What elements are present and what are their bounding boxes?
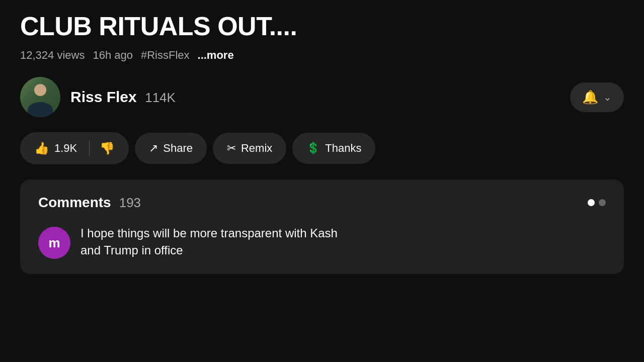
dot-inactive bbox=[599, 199, 606, 206]
like-dislike-group: 👍 1.9K 👎 bbox=[20, 132, 129, 164]
comment-item: m I hope things will be more transparent… bbox=[38, 225, 606, 259]
dot-active bbox=[588, 199, 595, 206]
action-buttons-row: 👍 1.9K 👎 ↗ Share ✂ Remix 💲 Thanks bbox=[0, 122, 644, 174]
chevron-down-icon: ⌄ bbox=[603, 91, 612, 103]
video-title: CLUB RITUALS OUT.... bbox=[0, 0, 644, 45]
channel-name[interactable]: Riss Flex bbox=[70, 88, 137, 105]
comments-title-wrap: Comments 193 bbox=[38, 195, 141, 211]
comment-body: I hope things will be more transparent w… bbox=[80, 225, 338, 258]
remix-icon: ✂ bbox=[227, 142, 236, 155]
more-button[interactable]: ...more bbox=[198, 49, 234, 62]
avatar[interactable] bbox=[20, 77, 60, 117]
channel-info: Riss Flex 114K bbox=[20, 77, 176, 117]
comments-section: Comments 193 m I hope things will be mor… bbox=[20, 179, 624, 274]
share-label: Share bbox=[163, 142, 193, 155]
like-count: 1.9K bbox=[54, 142, 77, 155]
upload-time: 16h ago bbox=[93, 49, 133, 62]
bell-icon: 🔔 bbox=[582, 89, 598, 105]
remix-label: Remix bbox=[241, 142, 272, 155]
avatar-image bbox=[20, 77, 60, 117]
hashtag[interactable]: #RissFlex bbox=[141, 49, 190, 62]
remix-button[interactable]: ✂ Remix bbox=[213, 133, 286, 164]
thanks-icon: 💲 bbox=[306, 142, 320, 155]
comment-text-line1: I hope things will be more transparent w… bbox=[80, 225, 338, 242]
like-button[interactable]: 👍 1.9K bbox=[20, 132, 89, 164]
comments-title: Comments bbox=[38, 195, 111, 211]
channel-name-wrap: Riss Flex 114K bbox=[70, 88, 176, 106]
thanks-label: Thanks bbox=[325, 142, 361, 155]
comment-avatar: m bbox=[38, 227, 70, 259]
subscribe-button[interactable]: 🔔 ⌄ bbox=[570, 82, 624, 112]
channel-row: Riss Flex 114K 🔔 ⌄ bbox=[0, 72, 644, 122]
video-meta: 12,324 views 16h ago #RissFlex ...more bbox=[0, 45, 644, 72]
comment-text-line2: and Trump in office bbox=[80, 242, 338, 259]
page-container: CLUB RITUALS OUT.... 12,324 views 16h ag… bbox=[0, 0, 644, 362]
view-count: 12,324 views bbox=[20, 49, 85, 62]
thumbs-up-icon: 👍 bbox=[34, 141, 49, 155]
share-icon: ↗ bbox=[149, 142, 158, 155]
comments-dots bbox=[588, 199, 606, 206]
dislike-button[interactable]: 👎 bbox=[90, 132, 129, 164]
comments-header: Comments 193 bbox=[38, 195, 606, 211]
subscriber-count: 114K bbox=[145, 90, 176, 105]
thanks-button[interactable]: 💲 Thanks bbox=[292, 133, 375, 164]
share-button[interactable]: ↗ Share bbox=[135, 133, 207, 164]
comments-count: 193 bbox=[119, 195, 141, 211]
thumbs-down-icon: 👎 bbox=[100, 141, 115, 155]
